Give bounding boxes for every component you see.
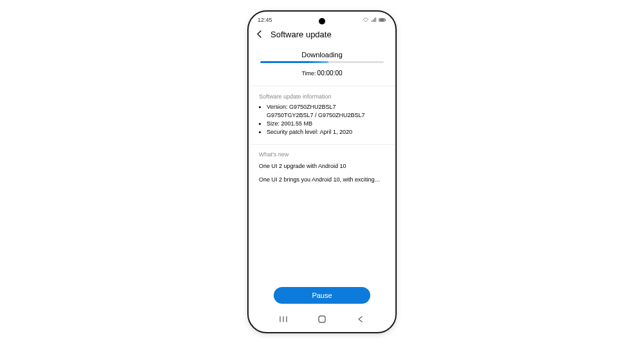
download-section: Downloading Time:00:00:00: [249, 42, 395, 83]
app-header: Software update: [249, 26, 395, 42]
whatsnew-body: One UI 2 brings you Android 10, with exc…: [259, 175, 385, 184]
whatsnew-headline: One UI 2 upgrade with Android 10: [259, 162, 385, 171]
download-time: Time:00:00:00: [260, 70, 384, 77]
status-icons: [363, 17, 386, 23]
whatsnew-label: What's new: [259, 150, 385, 159]
time-value: 00:00:00: [317, 70, 343, 77]
wifi-icon: [363, 17, 369, 23]
progress-bar: [260, 61, 384, 63]
whats-new-section: What's new One UI 2 upgrade with Android…: [249, 147, 395, 193]
divider: [249, 144, 395, 145]
svg-rect-3: [319, 316, 325, 322]
update-info-section: Software update information Version: G97…: [249, 89, 395, 142]
nav-back-icon[interactable]: [349, 313, 372, 326]
back-icon[interactable]: [255, 30, 264, 39]
navigation-bar: [249, 310, 395, 332]
page-title: Software update: [270, 30, 332, 39]
status-time: 12:45: [258, 17, 272, 23]
pause-button[interactable]: Pause: [274, 287, 370, 304]
info-section-label: Software update information: [259, 93, 385, 101]
info-version: Version: G9750ZHU2BSL7 G9750TGY2BSL7 / G…: [267, 103, 385, 120]
time-label: Time:: [301, 70, 316, 77]
divider: [249, 86, 395, 86]
svg-rect-2: [380, 19, 384, 21]
front-camera: [319, 18, 325, 24]
recents-icon[interactable]: [272, 313, 295, 326]
svg-rect-1: [385, 19, 386, 21]
signal-icon: [371, 17, 377, 23]
volume-button: [396, 82, 397, 115]
bottom-area: Pause: [249, 287, 395, 332]
phone-frame: 12:45 Software update Downloading Time:0…: [247, 10, 397, 333]
info-patch: Security patch level: April 1, 2020: [267, 128, 385, 136]
progress-fill: [260, 61, 328, 63]
power-button: [396, 121, 397, 140]
battery-icon: [379, 17, 386, 23]
home-icon[interactable]: [310, 313, 334, 326]
info-size: Size: 2001.55 MB: [267, 120, 385, 128]
download-status-label: Downloading: [260, 51, 384, 59]
